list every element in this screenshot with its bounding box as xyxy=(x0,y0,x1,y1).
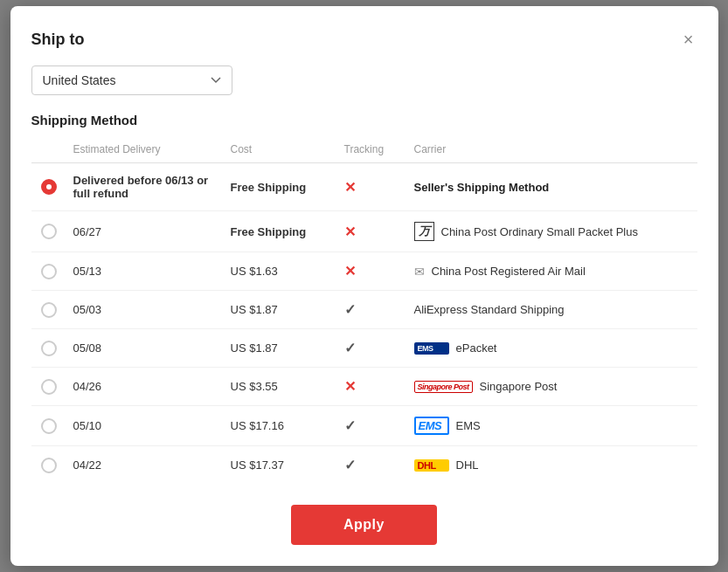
ems-logo: EMS xyxy=(414,417,449,435)
radio-cell[interactable] xyxy=(31,211,66,252)
carrier-name: ePacket xyxy=(456,341,497,355)
envelope-icon: ✉ xyxy=(414,265,425,279)
carrier-name: AliExpress Standard Shipping xyxy=(414,303,565,316)
table-row[interactable]: 04/26US $3.55✕Singapore PostSingapore Po… xyxy=(31,368,697,406)
tracking-cell: ✕ xyxy=(337,163,407,211)
tracking-cell: ✓ xyxy=(337,446,407,485)
cost-cell: US $17.16 xyxy=(224,406,337,446)
tracking-check-icon: ✓ xyxy=(344,418,356,433)
radio-button[interactable] xyxy=(41,418,57,434)
cost-text: Free Shipping xyxy=(231,181,307,194)
apply-button[interactable]: Apply xyxy=(291,505,437,545)
delivery-cell: 04/22 xyxy=(66,446,224,485)
ship-to-select[interactable]: United States Canada United Kingdom Aust… xyxy=(31,65,232,95)
radio-button[interactable] xyxy=(41,179,57,195)
delivery-text: Delivered before 06/13 or full refund xyxy=(73,174,209,200)
radio-button[interactable] xyxy=(41,224,57,239)
col-tracking-header: Tracking xyxy=(337,138,407,163)
radio-button[interactable] xyxy=(41,341,57,356)
shipping-method-title: Shipping Method xyxy=(31,113,697,127)
tracking-cell: ✓ xyxy=(337,291,407,329)
shipping-modal: Ship to × United States Canada United Ki… xyxy=(10,6,718,566)
delivery-cell: 05/08 xyxy=(66,329,224,368)
modal-header: Ship to × xyxy=(31,27,697,52)
anwen-logo: 万 xyxy=(414,222,434,241)
carrier-name: China Post Ordinary Small Packet Plus xyxy=(441,225,638,238)
tracking-x-icon: ✕ xyxy=(344,224,356,239)
radio-button[interactable] xyxy=(41,379,57,395)
tracking-check-icon: ✓ xyxy=(344,458,356,472)
cost-text: US $1.87 xyxy=(231,341,278,355)
cost-cell: US $1.87 xyxy=(224,329,337,368)
carrier-name: DHL xyxy=(456,458,479,472)
cost-text: Free Shipping xyxy=(231,225,307,238)
carrier-cell: AliExpress Standard Shipping xyxy=(407,291,697,329)
tracking-cell: ✕ xyxy=(337,252,407,291)
radio-button[interactable] xyxy=(41,302,57,318)
apply-btn-container: Apply xyxy=(31,505,697,545)
cost-cell: US $3.55 xyxy=(224,368,337,406)
table-row[interactable]: 04/22US $17.37✓DHLDHL xyxy=(31,446,697,485)
carrier-cell: DHLDHL xyxy=(407,446,697,485)
carrier-cell: EMSePacket xyxy=(407,329,697,368)
tracking-cell: ✕ xyxy=(337,368,407,406)
table-row[interactable]: 05/08US $1.87✓EMSePacket xyxy=(31,329,697,368)
delivery-text: 05/08 xyxy=(73,341,102,355)
radio-cell[interactable] xyxy=(31,406,66,446)
tracking-check-icon: ✓ xyxy=(344,341,356,355)
tracking-cell: ✓ xyxy=(337,329,407,368)
delivery-cell: 05/10 xyxy=(66,406,224,446)
delivery-text: 06/27 xyxy=(73,225,102,238)
radio-cell[interactable] xyxy=(31,329,66,368)
cost-text: US $3.55 xyxy=(231,380,278,393)
close-button[interactable]: × xyxy=(680,27,697,52)
tracking-x-icon: ✕ xyxy=(344,264,356,279)
table-row[interactable]: 06/27Free Shipping✕万China Post Ordinary … xyxy=(31,211,697,252)
delivery-text: 05/13 xyxy=(73,265,102,278)
cost-cell: US $17.37 xyxy=(224,446,337,485)
delivery-cell: 05/03 xyxy=(66,291,224,329)
cost-cell: US $1.63 xyxy=(224,252,337,291)
tracking-x-icon: ✕ xyxy=(344,379,356,394)
carrier-cell: Seller's Shipping Method xyxy=(407,163,697,211)
tracking-cell: ✓ xyxy=(337,406,407,446)
carrier-cell: ✉China Post Registered Air Mail xyxy=(407,252,697,291)
delivery-cell: Delivered before 06/13 or full refund xyxy=(66,163,224,211)
radio-cell[interactable] xyxy=(31,291,66,329)
carrier-cell: EMSEMS xyxy=(407,406,697,446)
cost-cell: Free Shipping xyxy=(224,163,337,211)
table-row[interactable]: 05/10US $17.16✓EMSEMS xyxy=(31,406,697,446)
radio-cell[interactable] xyxy=(31,252,66,291)
col-cost-header: Cost xyxy=(224,138,337,163)
cost-text: US $1.87 xyxy=(231,303,278,316)
radio-cell[interactable] xyxy=(31,446,66,485)
carrier-name: Singapore Post xyxy=(480,380,558,393)
singapore-post-logo: Singapore Post xyxy=(414,381,473,393)
radio-button[interactable] xyxy=(41,264,57,279)
tracking-x-icon: ✕ xyxy=(344,180,356,195)
table-row[interactable]: 05/03US $1.87✓AliExpress Standard Shippi… xyxy=(31,291,697,329)
delivery-cell: 06/27 xyxy=(66,211,224,252)
modal-title: Ship to xyxy=(31,31,85,49)
col-radio-header xyxy=(31,138,66,163)
tracking-cell: ✕ xyxy=(337,211,407,252)
radio-button[interactable] xyxy=(41,458,57,473)
carrier-name: Seller's Shipping Method xyxy=(414,181,550,194)
col-carrier-header: Carrier xyxy=(407,138,697,163)
delivery-text: 04/22 xyxy=(73,458,102,472)
carrier-cell: 万China Post Ordinary Small Packet Plus xyxy=(407,211,697,252)
delivery-cell: 04/26 xyxy=(66,368,224,406)
delivery-text: 05/03 xyxy=(73,303,102,316)
radio-cell[interactable] xyxy=(31,368,66,406)
table-row[interactable]: Delivered before 06/13 or full refundFre… xyxy=(31,163,697,211)
delivery-cell: 05/13 xyxy=(66,252,224,291)
table-row[interactable]: 05/13US $1.63✕✉China Post Registered Air… xyxy=(31,252,697,291)
cost-text: US $17.16 xyxy=(231,419,284,432)
shipping-table: Estimated Delivery Cost Tracking Carrier… xyxy=(31,138,697,484)
radio-cell[interactable] xyxy=(31,163,66,211)
delivery-text: 05/10 xyxy=(73,419,102,432)
carrier-name: EMS xyxy=(456,419,481,432)
cost-cell: US $1.87 xyxy=(224,291,337,329)
epacket-logo: EMS xyxy=(414,342,449,355)
col-delivery-header: Estimated Delivery xyxy=(66,138,224,163)
